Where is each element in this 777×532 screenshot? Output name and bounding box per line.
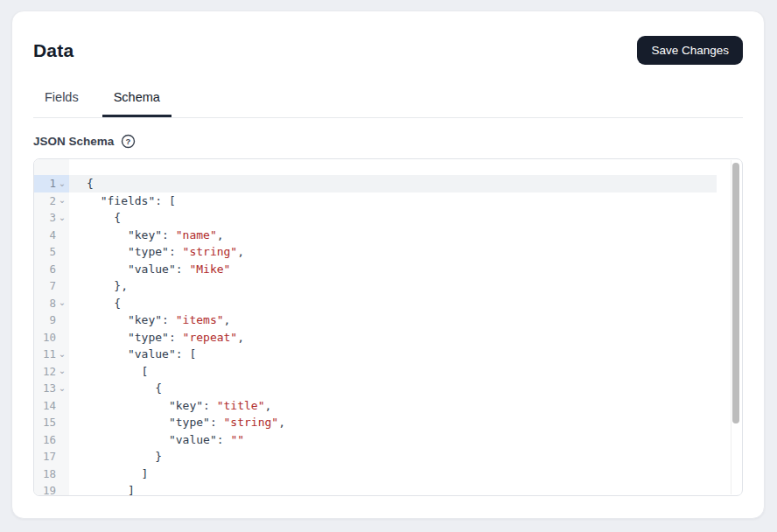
code-line[interactable]: {: [69, 209, 717, 227]
code-line[interactable]: {: [69, 295, 717, 312]
code-line[interactable]: [: [69, 363, 717, 381]
line-number: 15: [34, 416, 56, 429]
gutter-line: 16: [34, 431, 69, 449]
code-token: [: [87, 365, 148, 378]
editor-scrollbar-thumb[interactable]: [732, 163, 739, 424]
code-line[interactable]: "fields": [: [69, 192, 717, 210]
code-line[interactable]: },: [69, 277, 717, 295]
line-number: 2: [34, 194, 56, 207]
gutter-line: 18: [34, 466, 69, 483]
gutter-line: 17: [34, 448, 69, 466]
line-number: 4: [34, 228, 56, 242]
line-number: 13: [34, 382, 56, 395]
code-line[interactable]: {: [69, 175, 717, 192]
code-token: "value":: [87, 262, 189, 276]
line-number: 11: [34, 347, 56, 360]
gutter-line: 4: [34, 227, 69, 244]
panel-header: Data Save Changes: [12, 11, 764, 65]
code-line[interactable]: "value": "": [69, 431, 717, 449]
code-token: {: [87, 211, 121, 224]
string-token: "": [230, 433, 244, 446]
json-schema-label: JSON Schema: [33, 135, 114, 148]
fold-chevron-icon[interactable]: ⌄: [56, 214, 68, 222]
gutter-line: 6: [34, 261, 69, 278]
code-token: ,: [224, 313, 231, 326]
code-line[interactable]: ]: [69, 482, 717, 495]
editor-gutter: 1⌄2⌄3⌄45678⌄91011⌄12⌄13⌄141516171819: [34, 159, 69, 495]
code-line[interactable]: "key": "title",: [69, 397, 717, 415]
code-token: ,: [237, 245, 244, 258]
code-token: ]: [87, 467, 148, 480]
gutter-line: 12⌄: [34, 363, 69, 381]
string-token: "name": [176, 228, 217, 242]
line-number: 18: [34, 467, 56, 480]
line-number: 8: [34, 297, 56, 310]
code-token: "type":: [87, 331, 183, 344]
line-number: 14: [34, 399, 56, 412]
question-mark-circle-icon[interactable]: ?: [121, 134, 136, 149]
string-token: "string": [224, 416, 279, 429]
fold-chevron-icon[interactable]: ⌄: [56, 350, 68, 359]
editor-code[interactable]: { "fields": [ { "key": "name", "type": "…: [69, 159, 717, 495]
gutter-line: 10: [34, 329, 69, 346]
line-number: 7: [34, 279, 56, 292]
code-line[interactable]: }: [69, 448, 717, 466]
code-token: "key":: [87, 228, 176, 242]
line-number: 9: [34, 313, 56, 326]
line-number: 17: [34, 450, 56, 463]
code-line[interactable]: "value": "Mike": [69, 261, 717, 278]
gutter-line: 9: [34, 312, 69, 329]
json-editor[interactable]: 1⌄2⌄3⌄45678⌄91011⌄12⌄13⌄141516171819 { "…: [33, 158, 743, 496]
code-token: "value": [: [87, 347, 196, 360]
page-title: Data: [33, 40, 74, 61]
code-line[interactable]: "type": "string",: [69, 243, 717, 261]
code-token: "key":: [87, 399, 217, 412]
code-token: ,: [217, 228, 224, 242]
code-token: {: [87, 382, 162, 395]
code-token: "key":: [87, 313, 176, 326]
tab-bar: Fields Schema: [33, 90, 743, 118]
code-line[interactable]: "key": "items",: [69, 312, 717, 329]
code-line[interactable]: "key": "name",: [69, 227, 717, 244]
line-number: 6: [34, 262, 56, 276]
gutter-line: 19: [34, 482, 69, 495]
string-token: "Mike": [189, 262, 230, 276]
svg-text:?: ?: [126, 136, 131, 146]
editor-scrollbar[interactable]: [731, 160, 741, 494]
code-line[interactable]: ]: [69, 466, 717, 483]
gutter-line: 7: [34, 277, 69, 295]
code-token: "type":: [87, 245, 183, 258]
gutter-line: 2⌄: [34, 192, 69, 210]
line-number: 16: [34, 433, 56, 446]
code-token: {: [87, 297, 121, 310]
string-token: "items": [176, 313, 224, 326]
data-panel: Data Save Changes Fields Schema JSON Sch…: [11, 10, 765, 519]
code-line[interactable]: "value": [: [69, 346, 717, 363]
line-number: 5: [34, 245, 56, 258]
code-token: "fields": [: [87, 194, 176, 207]
code-line[interactable]: {: [69, 380, 717, 397]
tab-schema[interactable]: Schema: [102, 90, 172, 117]
code-token: },: [87, 279, 128, 292]
gutter-line: 14: [34, 397, 69, 415]
code-token: }: [87, 450, 162, 463]
line-number: 3: [34, 211, 56, 224]
string-token: "string": [183, 245, 238, 258]
line-number: 12: [34, 365, 56, 378]
code-token: ,: [265, 399, 272, 412]
fold-chevron-icon[interactable]: ⌄: [56, 196, 68, 205]
save-changes-button[interactable]: Save Changes: [637, 36, 743, 65]
fold-chevron-icon[interactable]: ⌄: [56, 384, 68, 393]
gutter-line: 3⌄: [34, 209, 69, 227]
gutter-line: 11⌄: [34, 346, 69, 363]
string-token: "repeat": [183, 331, 238, 344]
code-line[interactable]: "type": "repeat",: [69, 329, 717, 346]
tab-fields[interactable]: Fields: [33, 90, 90, 117]
fold-chevron-icon[interactable]: ⌄: [56, 367, 68, 375]
code-token: ,: [237, 331, 244, 344]
line-number: 19: [34, 484, 56, 495]
fold-chevron-icon[interactable]: ⌄: [56, 298, 68, 307]
fold-chevron-icon[interactable]: ⌄: [56, 179, 68, 188]
code-token: "type":: [87, 416, 224, 429]
code-line[interactable]: "type": "string",: [69, 414, 717, 431]
